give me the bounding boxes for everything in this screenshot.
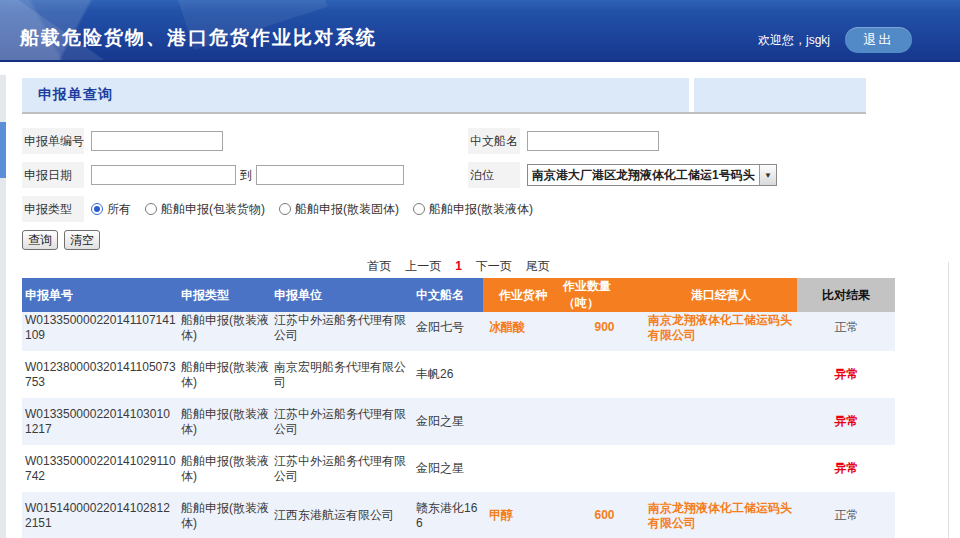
declaration-type-radiogroup: 所有船舶申报(包装货物)船舶申报(散装固体)船舶申报(散装液体) bbox=[91, 201, 533, 218]
clear-button[interactable]: 清空 bbox=[64, 230, 100, 250]
cell-declaration-agent: 江苏中外运船务代理有限公司 bbox=[271, 398, 413, 445]
results-table: 申报单号申报类型申报单位中文船名作业货种作业数量（吨）港口经营人比对结果 W01… bbox=[22, 278, 895, 538]
table-row[interactable]: W013350000220141030101217 船舶申报(散装液体) 江苏中… bbox=[22, 398, 895, 445]
declaration-type-radio-option[interactable]: 船舶申报(散装液体) bbox=[413, 201, 533, 218]
declaration-no-input[interactable] bbox=[91, 131, 223, 151]
cell-cargo-quantity bbox=[563, 351, 645, 398]
cell-declaration-type: 船舶申报(散装液体) bbox=[178, 304, 271, 351]
cell-compare-result: 正常 bbox=[797, 304, 895, 351]
main-content: 申报单查询 申报单编号 中文船名 申报日期 到 泊位 bbox=[22, 78, 895, 538]
cell-ship-name: 金阳七号 bbox=[413, 304, 483, 351]
welcome-text: 欢迎您，jsgkj bbox=[758, 32, 830, 49]
ship-name-label: 中文船名 bbox=[468, 128, 520, 154]
results-tbody: W013350000220141107141109 船舶申报(散装液体) 江苏中… bbox=[22, 304, 895, 538]
pagination: 首页上一页1下一页尾页 bbox=[22, 258, 895, 273]
cell-compare-result: 正常 bbox=[797, 492, 895, 538]
berth-select[interactable]: 南京港大厂港区龙翔液体化工储运1号码头 ▼ bbox=[527, 164, 777, 186]
pagination-prev[interactable]: 上一页 bbox=[405, 259, 441, 273]
cell-declaration-type: 船舶申报(散装液体) bbox=[178, 492, 271, 538]
date-from-input[interactable] bbox=[91, 165, 236, 185]
chevron-down-icon[interactable]: ▼ bbox=[759, 165, 776, 185]
cell-ship-name: 丰帆26 bbox=[413, 351, 483, 398]
query-button[interactable]: 查询 bbox=[22, 230, 58, 250]
declaration-date-label: 申报日期 bbox=[22, 162, 84, 188]
cell-port-operator: 南京龙翔液体化工储运码头有限公司 bbox=[645, 492, 797, 538]
logout-button[interactable]: 退出 bbox=[845, 27, 912, 53]
cell-cargo-quantity bbox=[563, 398, 645, 445]
declaration-type-radio-option[interactable]: 所有 bbox=[91, 201, 131, 218]
declaration-no-label: 申报单编号 bbox=[22, 128, 84, 154]
left-scroll-thumb[interactable] bbox=[0, 122, 6, 178]
cell-ship-name: 金阳之星 bbox=[413, 445, 483, 492]
app-header: 船载危险货物、港口危货作业比对系统 欢迎您，jsgkj 退出 bbox=[0, 0, 960, 62]
table-row[interactable]: W012380000320141105073753 船舶申报(散装液体) 南京宏… bbox=[22, 351, 895, 398]
radio-unselected-icon[interactable] bbox=[145, 203, 157, 215]
cell-port-operator: 南京龙翔液体化工储运码头有限公司 bbox=[645, 304, 797, 351]
cell-cargo-type: 甲醇 bbox=[483, 492, 563, 538]
cell-ship-name: 金阳之星 bbox=[413, 398, 483, 445]
declaration-type-radio-option[interactable]: 船舶申报(散装固体) bbox=[279, 201, 399, 218]
radio-unselected-icon[interactable] bbox=[413, 203, 425, 215]
date-to-label: 到 bbox=[240, 167, 252, 184]
form-row-ship-name: 中文船名 bbox=[468, 126, 659, 156]
cell-port-operator bbox=[645, 445, 797, 492]
cell-compare-result: 异常 bbox=[797, 445, 895, 492]
radio-option-label: 所有 bbox=[107, 201, 131, 218]
cell-compare-result: 异常 bbox=[797, 351, 895, 398]
radio-option-label: 船舶申报(散装固体) bbox=[295, 201, 399, 218]
cell-declaration-no: W012380000320141105073753 bbox=[22, 351, 178, 398]
cell-declaration-agent: 江西东港航运有限公司 bbox=[271, 492, 413, 538]
cell-declaration-type: 船舶申报(散装液体) bbox=[178, 351, 271, 398]
form-row-declaration-type: 申报类型 所有船舶申报(包装货物)船舶申报(散装固体)船舶申报(散装液体) bbox=[22, 194, 895, 224]
cell-declaration-no: W015140000220141028122151 bbox=[22, 492, 178, 538]
pagination-last[interactable]: 尾页 bbox=[526, 259, 550, 273]
cell-cargo-quantity: 600 bbox=[563, 492, 645, 538]
pagination-next[interactable]: 下一页 bbox=[476, 259, 512, 273]
cell-declaration-type: 船舶申报(散装液体) bbox=[178, 445, 271, 492]
ship-name-input[interactable] bbox=[527, 131, 659, 151]
cell-declaration-no: W013350000220141030101217 bbox=[22, 398, 178, 445]
cell-compare-result: 异常 bbox=[797, 398, 895, 445]
cell-ship-name: 赣东港化166 bbox=[413, 492, 483, 538]
cell-cargo-quantity bbox=[563, 445, 645, 492]
cell-declaration-agent: 江苏中外运船务代理有限公司 bbox=[271, 445, 413, 492]
cell-declaration-agent: 江苏中外运船务代理有限公司 bbox=[271, 304, 413, 351]
left-scroll-rail[interactable] bbox=[0, 75, 6, 538]
radio-selected-icon[interactable] bbox=[91, 203, 103, 215]
cell-cargo-type bbox=[483, 351, 563, 398]
page-title: 申报单查询 bbox=[38, 86, 113, 104]
cell-cargo-type bbox=[483, 445, 563, 492]
radio-unselected-icon[interactable] bbox=[279, 203, 291, 215]
table-row[interactable]: W013350000220141107141109 船舶申报(散装液体) 江苏中… bbox=[22, 304, 895, 351]
berth-label: 泊位 bbox=[468, 162, 520, 188]
cell-cargo-quantity: 900 bbox=[563, 304, 645, 351]
declaration-type-radio-option[interactable]: 船舶申报(包装货物) bbox=[145, 201, 265, 218]
section-header: 申报单查询 bbox=[22, 78, 866, 114]
radio-option-label: 船舶申报(包装货物) bbox=[161, 201, 265, 218]
date-to-input[interactable] bbox=[256, 165, 404, 185]
radio-option-label: 船舶申报(散装液体) bbox=[429, 201, 533, 218]
section-header-side-panel bbox=[694, 78, 866, 112]
app-title: 船载危险货物、港口危货作业比对系统 bbox=[20, 25, 377, 51]
cell-declaration-agent: 南京宏明船务代理有限公司 bbox=[271, 351, 413, 398]
cell-declaration-no: W013350000220141107141109 bbox=[22, 304, 178, 351]
berth-selected-value: 南京港大厂港区龙翔液体化工储运1号码头 bbox=[528, 167, 759, 184]
content-right-border bbox=[948, 262, 949, 538]
cell-declaration-no: W013350000220141029110742 bbox=[22, 445, 178, 492]
form-row-declaration-no: 申报单编号 bbox=[22, 126, 895, 156]
form-row-berth: 泊位 南京港大厂港区龙翔液体化工储运1号码头 ▼ bbox=[468, 160, 777, 190]
cell-port-operator bbox=[645, 398, 797, 445]
declaration-type-label: 申报类型 bbox=[22, 196, 84, 222]
pagination-first[interactable]: 首页 bbox=[367, 259, 391, 273]
cell-cargo-type: 冰醋酸 bbox=[483, 304, 563, 351]
pagination-current-page[interactable]: 1 bbox=[455, 259, 462, 273]
table-row[interactable]: W015140000220141028122151 船舶申报(散装液体) 江西东… bbox=[22, 492, 895, 538]
cell-cargo-type bbox=[483, 398, 563, 445]
section-header-main: 申报单查询 bbox=[22, 78, 689, 112]
results-table-header: 申报单号申报类型申报单位中文船名作业货种作业数量（吨）港口经营人比对结果 bbox=[22, 278, 895, 304]
cell-port-operator bbox=[645, 351, 797, 398]
form-actions: 查询 清空 bbox=[22, 230, 895, 250]
table-row[interactable]: W013350000220141029110742 船舶申报(散装液体) 江苏中… bbox=[22, 445, 895, 492]
query-form: 申报单编号 中文船名 申报日期 到 泊位 南京港大厂港区龙翔液体化工储运1号码头… bbox=[22, 126, 895, 224]
cell-declaration-type: 船舶申报(散装液体) bbox=[178, 398, 271, 445]
